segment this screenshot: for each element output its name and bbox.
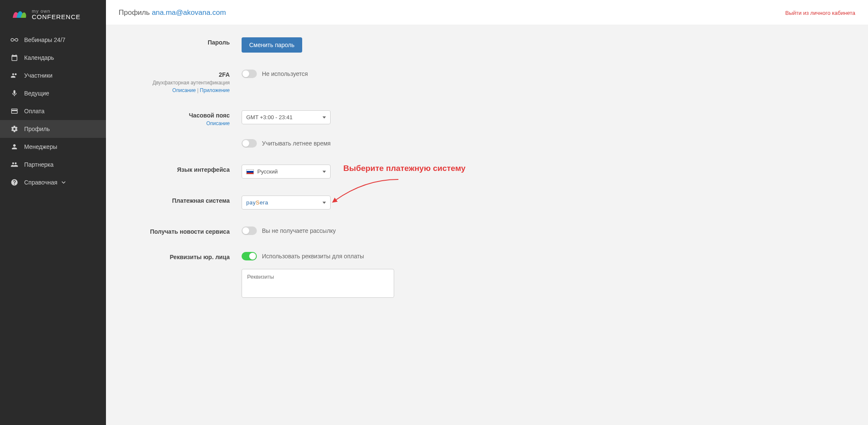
- 2fa-label: 2FA: [119, 71, 230, 78]
- logo-icon: [11, 8, 28, 20]
- dst-label: Учитывать летнее время: [262, 140, 331, 147]
- help-icon: [11, 179, 18, 186]
- row-password: Пароль Сменить пароль: [119, 37, 670, 53]
- company-label: Реквизиты юр. лица: [119, 254, 230, 260]
- sidebar-item-profile[interactable]: Профиль: [0, 120, 106, 138]
- sidebar-item-webinars[interactable]: Вебинары 24/7: [0, 31, 106, 49]
- sidebar-item-calendar[interactable]: Календарь: [0, 49, 106, 67]
- payment-system-select[interactable]: paySera: [242, 196, 331, 210]
- nav: Вебинары 24/7 Календарь Участники Ведущи…: [0, 31, 106, 191]
- company-toggle[interactable]: [242, 252, 257, 260]
- company-details-textarea[interactable]: [242, 269, 394, 298]
- timezone-value: GMT +3:00 - 23:41: [246, 114, 292, 120]
- infinity-icon: [11, 36, 18, 44]
- partner-icon: [11, 161, 18, 168]
- 2fa-desc-link[interactable]: Описание: [172, 87, 196, 93]
- logo[interactable]: my own CONFERENCE: [0, 0, 106, 27]
- nav-label: Партнерка: [24, 161, 53, 168]
- row-company-textarea: [119, 269, 670, 298]
- change-password-button[interactable]: Сменить пароль: [242, 37, 302, 53]
- sidebar-item-presenters[interactable]: Ведущие: [0, 84, 106, 102]
- page-title: Профиль ana.ma@akovana.com: [119, 8, 226, 17]
- timezone-label: Часовой пояс: [119, 112, 230, 119]
- nav-label: Профиль: [24, 126, 50, 132]
- language-label: Язык интерфейса: [119, 166, 230, 173]
- gear-icon: [11, 125, 18, 133]
- nav-label: Оплата: [24, 108, 45, 115]
- company-toggle-label: Использовать реквизиты для оплаты: [262, 253, 364, 260]
- row-company: Реквизиты юр. лица Использовать реквизит…: [119, 252, 670, 260]
- chevron-down-icon: [61, 179, 66, 186]
- 2fa-status: Не используется: [262, 70, 308, 77]
- nav-label: Ведущие: [24, 90, 49, 97]
- newsletter-label: Получать новости сервиса: [119, 228, 230, 235]
- row-newsletter: Получать новости сервиса Вы не получаете…: [119, 226, 670, 235]
- timezone-desc-link[interactable]: Описание: [206, 120, 230, 126]
- managers-icon: [11, 143, 18, 151]
- calendar-icon: [11, 54, 18, 62]
- password-label: Пароль: [119, 39, 230, 46]
- payment-system-label: Платежная система: [119, 197, 230, 204]
- row-dst: Учитывать летнее время: [119, 139, 670, 148]
- language-value: Русский: [257, 168, 278, 175]
- row-2fa: 2FA Двухфакторная аутентификация Описани…: [119, 70, 670, 93]
- profile-email: ana.ma@akovana.com: [152, 8, 226, 17]
- participants-icon: [11, 72, 18, 79]
- annotation-callout: Выберите платежную систему: [343, 164, 513, 173]
- row-payment-system: Платежная система paySera Выберите плате…: [119, 196, 670, 210]
- sidebar-item-managers[interactable]: Менеджеры: [0, 138, 106, 156]
- content-area: Пароль Сменить пароль 2FA Двухфакторная …: [106, 25, 868, 425]
- nav-label: Справочная: [24, 179, 57, 186]
- microphone-icon: [11, 89, 18, 97]
- 2fa-app-link[interactable]: Приложение: [200, 87, 230, 93]
- logo-text: my own CONFERENCE: [32, 9, 81, 20]
- row-timezone: Часовой пояс Описание GMT +3:00 - 23:41: [119, 110, 670, 126]
- sidebar: my own CONFERENCE Вебинары 24/7 Календар…: [0, 0, 106, 425]
- nav-label: Участники: [24, 72, 53, 79]
- sidebar-item-partner[interactable]: Партнерка: [0, 156, 106, 173]
- annotation-arrow-icon: [331, 175, 403, 207]
- dst-toggle[interactable]: [242, 139, 257, 148]
- paysera-logo: paySera: [246, 199, 268, 206]
- nav-label: Менеджеры: [24, 143, 57, 150]
- main: Профиль ana.ma@akovana.com Выйти из личн…: [106, 0, 868, 425]
- language-select[interactable]: Русский: [242, 165, 331, 179]
- sidebar-item-payment[interactable]: Оплата: [0, 102, 106, 120]
- card-icon: [11, 107, 18, 115]
- newsletter-toggle[interactable]: [242, 226, 257, 235]
- sidebar-item-participants[interactable]: Участники: [0, 67, 106, 84]
- header: Профиль ana.ma@akovana.com Выйти из личн…: [106, 0, 868, 25]
- 2fa-sub: Двухфакторная аутентификация: [119, 80, 230, 86]
- nav-label: Вебинары 24/7: [24, 36, 65, 43]
- newsletter-status: Вы не получаете рассылку: [262, 227, 336, 234]
- 2fa-toggle[interactable]: [242, 70, 257, 78]
- timezone-select[interactable]: GMT +3:00 - 23:41: [242, 110, 331, 124]
- nav-label: Календарь: [24, 54, 54, 61]
- logout-link[interactable]: Выйти из личного кабинета: [785, 10, 855, 16]
- flag-ru-icon: [246, 169, 254, 174]
- sidebar-item-help[interactable]: Справочная: [0, 173, 106, 191]
